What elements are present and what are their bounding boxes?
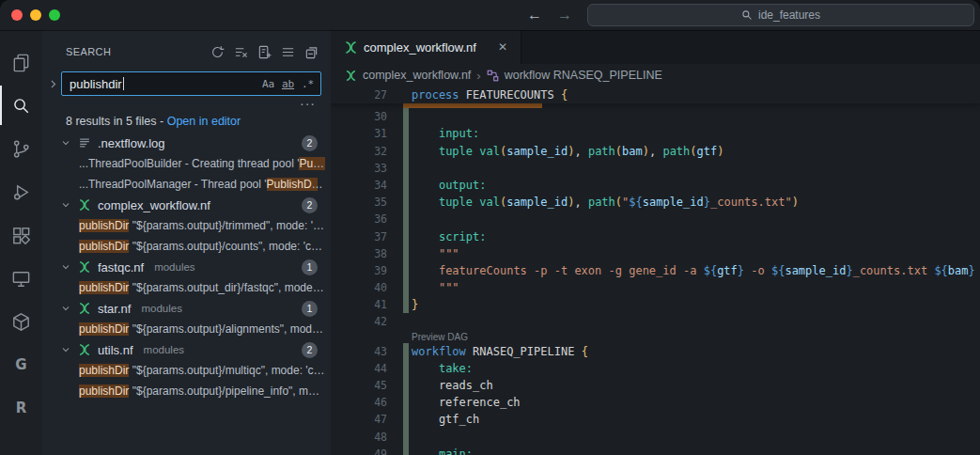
search-result-file[interactable]: .nextflow.log2 [42,133,331,153]
code-line[interactable]: 34 output: [331,177,980,194]
whole-word-toggle[interactable]: ab [279,75,297,93]
search-result-file[interactable]: complex_workflow.nf2 [42,195,331,215]
code-line[interactable]: 40 """ [331,279,980,296]
activity-gitlens[interactable]: G [0,345,42,384]
chevron-down-icon [58,197,73,212]
breadcrumb-file[interactable]: complex_workflow.nf [363,69,471,82]
source-control-icon [10,138,32,160]
code-line[interactable]: 41} [331,296,980,313]
activity-extensions[interactable] [0,215,42,255]
match-highlight: PublishDir [267,178,319,191]
code-line[interactable]: 31 input: [331,125,980,142]
breadcrumb-separator: › [476,69,480,83]
match-case-toggle[interactable]: Aa [259,75,277,93]
search-result-match[interactable]: publishDir "${params.output}/multiqc", m… [42,360,331,381]
search-result-match[interactable]: ...ThreadPoolManager - Thread pool 'Publ… [42,174,331,195]
open-in-editor-link[interactable]: Open in editor [167,115,241,128]
run-debug-icon [10,181,32,203]
minimize-window-button[interactable] [30,9,41,21]
search-result-match[interactable]: publishDir "${params.output}/pipeline_in… [42,381,331,401]
code-line[interactable]: 48 [331,429,980,446]
forward-button[interactable]: → [555,5,574,25]
search-result-file[interactable]: utils.nfmodules2 [42,339,331,360]
search-result-match[interactable]: publishDir "${params.output}/counts", mo… [42,236,331,257]
close-window-button[interactable] [11,9,23,21]
line-number: 32 [331,143,387,160]
result-count-badge: 1 [302,259,318,275]
results-summary: 8 results in 5 files - Open in editor [42,110,331,133]
git-added-gutter [403,394,409,411]
code-line[interactable]: 32 tuple val(sample_id), path(bam), path… [331,143,980,160]
activity-run-debug[interactable] [0,172,42,212]
search-input[interactable]: publishdir Aa ab .* [61,71,321,96]
collapse-all-button[interactable] [303,43,319,60]
code-line[interactable]: 39 featureCounts -p -t exon -g gene_id -… [331,262,980,279]
match-highlight: publishDir [79,364,129,377]
code-line[interactable]: 33 [331,160,980,177]
breadcrumb-symbol[interactable]: workflow RNASEQ_PIPELINE [505,69,662,82]
toggle-search-details-button[interactable]: ··· [300,99,316,110]
search-result-match[interactable]: ...ThreadPoolBuilder - Creating thread p… [42,153,331,174]
back-button[interactable]: ← [525,5,544,25]
activity-explorer[interactable] [0,42,42,82]
files-icon [10,52,32,73]
code-line[interactable]: 49 main: [331,446,980,455]
view-as-list-button[interactable] [279,43,296,60]
line-number: 48 [331,429,387,446]
result-count-badge: 1 [302,301,318,317]
code-line[interactable]: 45 reads_ch [331,377,980,394]
line-number: 30 [331,108,387,125]
extensions-icon [10,225,32,246]
search-result-match[interactable]: publishDir "${params.output_dir}/fastqc"… [42,277,331,298]
sticky-scroll-line[interactable]: 27process FEATURECOUNTS { [331,86,980,103]
open-new-search-editor-button[interactable] [256,43,272,60]
code-line[interactable]: 30 [331,108,980,125]
code-line[interactable]: 37 script: [331,228,980,245]
search-result-file[interactable]: star.nfmodules1 [42,298,331,319]
activity-search[interactable] [0,86,42,125]
code-editor[interactable]: 27process FEATURECOUNTS { 3031 input:32 … [331,86,980,455]
result-count-badge: 2 [302,342,318,358]
codelens-preview-dag[interactable]: Preview DAG [412,331,468,343]
codelens-row: Preview DAG [331,331,980,343]
activity-remote-explorer[interactable] [0,259,42,298]
activity-source-control[interactable] [0,129,42,168]
code-line[interactable]: 35 tuple val(sample_id), path("${sample_… [331,194,980,211]
nextflow-file-icon [77,342,92,357]
code-line[interactable]: 47 gtf_ch [331,411,980,428]
match-highlight: publishDir [79,240,129,253]
search-result-match[interactable]: publishDir "${params.output}/alignments"… [42,319,331,339]
regex-toggle[interactable]: .* [299,75,317,93]
git-added-gutter [403,211,409,228]
git-added-gutter [403,245,409,262]
git-added-gutter [403,377,409,394]
match-highlight: publishDir [79,322,129,336]
line-number: 39 [331,262,387,279]
maximize-window-button[interactable] [49,9,60,21]
search-result-match[interactable]: publishDir "${params.output}/trimmed", m… [42,215,331,236]
search-icon [10,95,32,117]
code-line[interactable]: 42 [331,313,980,330]
search-result-file[interactable]: fastqc.nfmodules1 [42,257,331,277]
git-added-gutter [403,411,409,428]
code-line[interactable]: 44 take: [331,360,980,377]
code-line[interactable]: 43workflow RNASEQ_PIPELINE { [331,343,980,360]
line-number: 36 [331,211,387,228]
window-search-box[interactable]: ide_features [587,4,974,26]
tab-complex-workflow[interactable]: complex_workflow.nf ✕ [331,30,521,64]
sidebar-title: SEARCH [66,46,111,57]
result-count-badge: 2 [302,197,318,213]
code-lines: 3031 input:32 tuple val(sample_id), path… [331,108,980,455]
toggle-replace-chevron[interactable] [46,77,60,91]
code-line[interactable]: 36 [331,211,980,228]
result-count-badge: 2 [302,135,318,151]
code-line[interactable]: 38 """ [331,245,980,262]
log-file-icon [77,135,92,150]
code-line[interactable]: 46 reference_ch [331,394,980,411]
close-tab-icon[interactable]: ✕ [494,39,511,55]
activity-packages[interactable] [0,302,42,341]
refresh-button[interactable] [209,43,226,60]
activity-r-extension[interactable]: R [0,388,42,428]
nextflow-file-icon [343,39,358,55]
clear-search-results-button[interactable] [232,43,249,60]
